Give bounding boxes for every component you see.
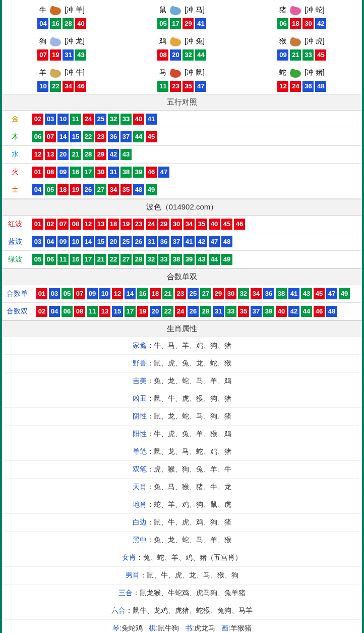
attr-sep: ： xyxy=(147,447,154,455)
number-ball: 05 xyxy=(45,184,56,195)
attr-row: 白边：鼠、牛、虎、鸡、狗、猪 xyxy=(2,514,362,532)
number-ball: 12 xyxy=(112,288,123,299)
zodiac-cell: 猪[冲 蛇]06183042 xyxy=(242,0,362,31)
attr-sep: ： xyxy=(136,553,143,561)
number-ball: 48 xyxy=(133,184,144,195)
zodiac-icon xyxy=(287,4,304,16)
number-ball: 36 xyxy=(108,131,119,142)
attr-val: 鼠、牛、虎、猴、狗、猪 xyxy=(154,394,231,402)
number-ball: 11 xyxy=(157,81,168,92)
number-ball: 02 xyxy=(32,114,43,125)
attr-row: 野兽：鼠、虎、兔、龙、蛇、猴 xyxy=(2,355,362,373)
number-ball: 06 xyxy=(32,131,43,142)
attr-val: 虎、猴、狗、兔、羊、牛 xyxy=(154,465,231,473)
attr-key: 书 xyxy=(185,624,192,632)
number-ball: 21 xyxy=(162,288,173,299)
number-ball: 36 xyxy=(158,236,169,247)
number-ball: 47 xyxy=(326,288,337,299)
number-ball: 23 xyxy=(95,131,106,142)
number-ball: 08 xyxy=(157,49,168,61)
zodiac-head: 鼠[冲 马] xyxy=(159,4,205,16)
attr-key: 天肖 xyxy=(133,483,147,491)
number-ball: 42 xyxy=(315,18,326,29)
number-ball: 36 xyxy=(302,81,314,92)
number-ball: 12 xyxy=(83,219,94,230)
number-ball: 29 xyxy=(158,219,169,230)
svg-point-1 xyxy=(50,6,55,11)
zodiac-name: 马 xyxy=(159,68,166,77)
attr-val: 兔、马、猴、猪、牛、龙 xyxy=(154,483,231,491)
zodiac-head: 鸡[冲 兔] xyxy=(159,35,205,47)
number-ball: 20 xyxy=(150,306,161,317)
zodiac-name: 蛇 xyxy=(279,68,286,77)
zodiac-name: 猴 xyxy=(279,37,286,46)
number-ball: 17 xyxy=(83,254,94,265)
table-row: 木06071415222336374445 xyxy=(2,128,362,146)
attr-key: 凶丑 xyxy=(133,394,147,402)
zodiac-name: 狗 xyxy=(39,37,46,46)
row-nums: 04051819262734354849 xyxy=(28,181,362,199)
number-ball: 01 xyxy=(32,167,43,178)
svg-point-13 xyxy=(50,69,55,74)
row-nums: 06071415222336374445 xyxy=(28,128,362,146)
number-ball: 27 xyxy=(95,184,106,195)
attr-sep: ： xyxy=(140,571,147,579)
svg-point-15 xyxy=(170,69,175,74)
number-ball: 32 xyxy=(183,49,194,61)
number-ball: 17 xyxy=(125,306,136,317)
number-ball: 41 xyxy=(288,288,299,299)
attr-val: 鼠、牛、虎、龙、马、猴、狗 xyxy=(147,571,238,579)
attr-key: 男肖 xyxy=(126,571,140,579)
svg-point-7 xyxy=(50,37,55,42)
number-ball: 29 xyxy=(183,18,194,29)
number-ball: 05 xyxy=(62,288,73,299)
number-ball: 28 xyxy=(200,306,211,317)
number-ball: 38 xyxy=(276,288,287,299)
number-ball: 31 xyxy=(146,236,157,247)
number-ball: 16 xyxy=(137,288,148,299)
number-ball: 37 xyxy=(120,131,132,142)
number-ball: 46 xyxy=(234,219,245,230)
row-label: 绿波 xyxy=(2,251,28,269)
zodiac-conflict: [冲 龙] xyxy=(65,37,85,46)
number-ball: 44 xyxy=(209,254,220,265)
number-ball: 35 xyxy=(120,184,132,195)
number-ball: 41 xyxy=(195,18,206,29)
attr-key: 双笔 xyxy=(133,465,147,473)
zodiac-name: 鼠 xyxy=(159,6,166,15)
row-label: 水 xyxy=(2,146,28,164)
row-nums: 0102070812131819232429303435404546 xyxy=(28,216,362,233)
number-ball: 43 xyxy=(301,288,312,299)
attr-row: 地肖：蛇、羊、鸡、狗、鼠、虎 xyxy=(2,496,362,514)
number-ball: 42 xyxy=(288,306,299,317)
attr-row: 吉美：兔、龙、蛇、马、羊、鸡 xyxy=(2,373,362,390)
attr-sep: ： xyxy=(147,394,154,402)
number-ball: 23 xyxy=(170,81,181,92)
bose-header: 波色（014902.com） xyxy=(2,199,362,216)
zodiac-cell: 马[冲 鼠]11233547 xyxy=(122,63,242,94)
number-ball: 19 xyxy=(50,49,61,61)
attr-sep: ： xyxy=(147,518,154,526)
number-ball: 20 xyxy=(170,49,181,61)
attr-sep: ： xyxy=(126,606,133,614)
number-ball: 32 xyxy=(238,288,249,299)
attr-row: 单笔：鼠、龙、马、蛇、鸡、猪 xyxy=(2,443,362,461)
attr-key: 吉美 xyxy=(133,377,147,385)
number-ball: 24 xyxy=(83,114,94,125)
heshu-header: 合数单双 xyxy=(2,269,362,285)
number-ball: 18 xyxy=(150,288,161,299)
zodiac-icon xyxy=(47,4,64,16)
zodiac-nums: 06183042 xyxy=(242,18,362,29)
number-ball: 19 xyxy=(70,184,81,195)
number-ball: 09 xyxy=(87,288,98,299)
number-ball: 39 xyxy=(263,306,274,317)
zodiac-cell: 鼠[冲 马]05172941 xyxy=(122,0,242,31)
number-ball: 16 xyxy=(70,167,81,178)
number-ball: 11 xyxy=(87,306,98,317)
row-label: 火 xyxy=(2,164,28,181)
wuxing-table: 金02031011242532334041木060714152223363744… xyxy=(2,111,362,199)
attr-val: 兔、蛇、羊、鸡、猪（五宫肖） xyxy=(143,553,242,561)
number-ball: 04 xyxy=(49,306,60,317)
attr-key: 女肖 xyxy=(122,553,136,561)
table-row: 金02031011242532334041 xyxy=(2,111,362,128)
